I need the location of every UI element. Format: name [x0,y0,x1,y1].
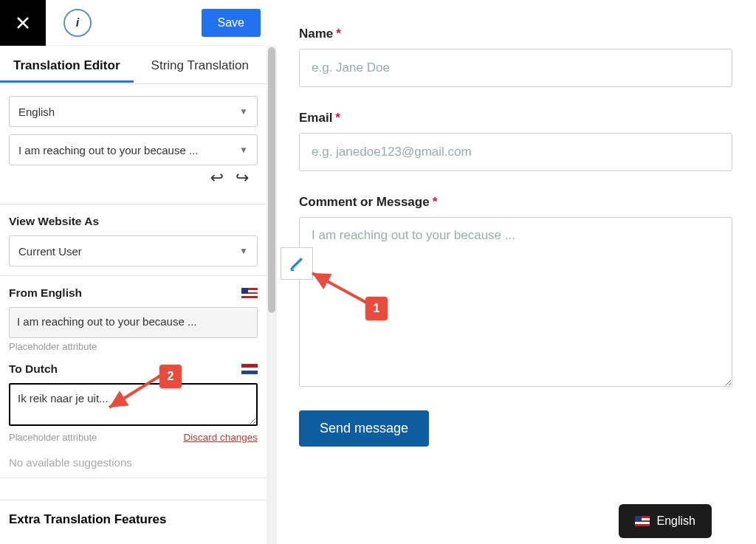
source-string-value: I am reaching out to your because ... [18,144,198,156]
history-controls: ↪ ↪ [9,168,258,195]
view-as-label: View Website As [9,215,99,228]
language-switcher[interactable]: English [619,504,712,538]
us-flag-icon [241,288,258,298]
from-hint: Placeholder attribute [9,341,97,352]
undo-button[interactable]: ↪ [210,168,224,187]
tab-string-translation[interactable]: String Translation [134,49,267,82]
email-label-text: Email [299,111,332,125]
scrollbar-thumb[interactable] [268,47,275,313]
pencil-icon [289,255,305,272]
save-button[interactable]: Save [202,9,261,37]
email-label: Email* [299,111,732,125]
source-string-dropdown[interactable]: I am reaching out to your because ... ▼ [9,134,258,165]
name-label-text: Name [299,27,333,41]
tab-translation-editor[interactable]: Translation Editor [0,49,134,82]
to-label: To Dutch [9,362,58,376]
from-text-readonly: I am reaching out to your because ... [9,307,258,338]
annotation-callout-1: 1 [365,297,388,320]
message-label-text: Comment or Message [299,195,430,209]
close-icon [14,14,32,32]
source-language-dropdown[interactable]: English ▼ [9,96,258,127]
name-input[interactable] [299,49,732,87]
extra-features-heading: Extra Translation Features [0,500,267,527]
chevron-down-icon: ▼ [239,106,248,117]
name-label: Name* [299,27,732,41]
chevron-down-icon: ▼ [239,145,248,155]
us-flag-icon [635,516,650,526]
required-asterisk: * [335,111,340,125]
sidebar-tabs: Translation Editor String Translation [0,47,267,84]
send-message-button[interactable]: Send message [299,410,429,447]
translation-sidebar: i Save Translation Editor String Transla… [0,0,267,544]
svg-line-0 [312,273,369,304]
nl-flag-icon [241,364,258,374]
annotation-callout-2: 2 [159,365,182,388]
close-button[interactable] [0,0,46,46]
info-button[interactable]: i [63,9,92,37]
from-section: From English I am reaching out to your b… [0,276,267,355]
email-input[interactable] [299,133,732,171]
discard-changes-link[interactable]: Discard changes [183,432,258,443]
required-asterisk: * [433,195,438,209]
redo-button[interactable]: ↪ [236,168,249,187]
from-label: From English [9,286,82,300]
message-label: Comment or Message* [299,195,732,210]
view-as-dropdown[interactable]: Current User ▼ [9,235,258,266]
info-icon: i [76,16,79,30]
sidebar-topbar: i Save [0,0,267,46]
source-selectors: English ▼ I am reaching out to your beca… [0,84,267,204]
svg-line-1 [109,373,164,407]
no-suggestions-text: No available suggestions [9,456,258,469]
required-asterisk: * [336,27,341,41]
sidebar-scrollbar[interactable] [267,46,277,544]
to-hint: Placeholder attribute [9,432,97,443]
annotation-arrow-1 [306,267,373,311]
view-as-value: Current User [18,245,82,258]
view-as-section: View Website As Current User ▼ [0,204,267,276]
chevron-down-icon: ▼ [239,246,248,256]
language-switcher-label: English [657,514,695,528]
source-language-value: English [18,106,55,118]
